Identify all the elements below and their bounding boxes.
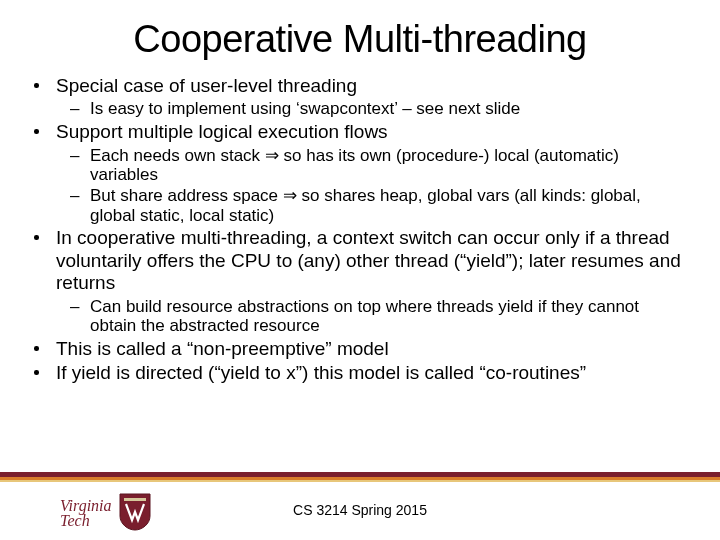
bullet-dot-icon <box>34 235 42 239</box>
sub-bullet: Each needs own stack ⇒ so has its own (p… <box>70 146 686 185</box>
bullet: Support multiple logical execution flows <box>34 121 686 143</box>
dash-icon <box>70 186 84 206</box>
sub-text: Each needs own stack ⇒ so has its own (p… <box>90 146 686 185</box>
bullet-dot-icon <box>34 370 42 374</box>
bullet-text: Support multiple logical execution flows <box>56 121 686 143</box>
bullet-text: This is called a “non-preemptive” model <box>56 338 686 360</box>
page-title: Cooperative Multi-threading <box>34 18 686 61</box>
bullet: This is called a “non-preemptive” model <box>34 338 686 360</box>
sub-list: Is easy to implement using ‘swapcontext’… <box>34 99 686 119</box>
bullet-text: Special case of user-level threading <box>56 75 686 97</box>
dash-icon <box>70 99 84 119</box>
bullet-list: Special case of user-level threading Is … <box>34 75 686 385</box>
bullet: If yield is directed (“yield to x”) this… <box>34 362 686 384</box>
bullet-dot-icon <box>34 346 42 350</box>
stripe-gold <box>0 480 720 482</box>
sub-list: Can build resource abstractions on top w… <box>34 297 686 336</box>
footer-stripes <box>0 472 720 482</box>
dash-icon <box>70 297 84 317</box>
sub-text: Is easy to implement using ‘swapcontext’… <box>90 99 686 119</box>
bullet: Special case of user-level threading <box>34 75 686 97</box>
sub-bullet: Is easy to implement using ‘swapcontext’… <box>70 99 686 119</box>
bullet-dot-icon <box>34 129 42 133</box>
sub-bullet: But share address space ⇒ so shares heap… <box>70 186 686 225</box>
bullet: In cooperative multi-threading, a contex… <box>34 227 686 294</box>
course-footer: CS 3214 Spring 2015 <box>0 502 720 518</box>
bullet-dot-icon <box>34 83 42 87</box>
dash-icon <box>70 146 84 166</box>
svg-rect-0 <box>124 498 146 501</box>
sub-text: But share address space ⇒ so shares heap… <box>90 186 686 225</box>
sub-list: Each needs own stack ⇒ so has its own (p… <box>34 146 686 226</box>
bullet-text: In cooperative multi-threading, a contex… <box>56 227 686 294</box>
sub-bullet: Can build resource abstractions on top w… <box>70 297 686 336</box>
slide: Cooperative Multi-threading Special case… <box>0 0 720 540</box>
sub-text: Can build resource abstractions on top w… <box>90 297 686 336</box>
bullet-text: If yield is directed (“yield to x”) this… <box>56 362 686 384</box>
